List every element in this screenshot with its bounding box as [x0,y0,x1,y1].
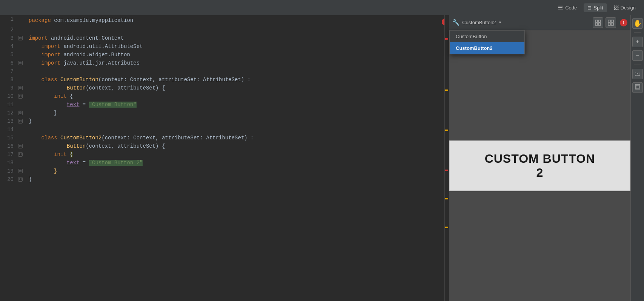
dropdown-caret: ▼ [498,20,502,25]
gutter-11 [18,100,26,109]
fold-20[interactable]: ⊟ [18,177,23,182]
fold-13[interactable]: ⊟ [18,119,23,123]
code-panel: 1 package com.example.myapplication ⬤ 2 [0,15,449,301]
line-num-16: 16 [0,142,18,150]
code-scroll[interactable]: 1 package com.example.myapplication ⬤ 2 [0,15,449,301]
ratio-label: 1:1 [635,72,640,76]
code-line-2: 2 [0,26,449,34]
gutter-8 [18,76,26,84]
split-view-btn[interactable]: ⊟ Split [584,3,607,12]
gutter-16: ⊟ [18,142,26,150]
gutter-10: ⊟ [18,92,26,100]
scroll-warn-4 [445,227,448,228]
code-3[interactable]: import android.content.Context [26,34,441,42]
fold-12[interactable]: ⊟ [18,111,23,115]
preview-custom-button: CUSTOM BUTTON 2 [449,140,630,191]
code-7[interactable] [26,67,441,76]
code-20[interactable]: } [26,175,441,184]
code-16[interactable]: Button(context, attributeSet) { [26,142,441,150]
code-table: 1 package com.example.myapplication ⬤ 2 [0,15,449,184]
line-num-2: 2 [0,26,18,34]
code-2[interactable] [26,26,441,34]
code-10[interactable]: init { [26,92,441,100]
code-8[interactable]: class CustomButton(context: Context, att… [26,76,441,84]
code-6[interactable]: import java.util.jar.Attributes [26,59,441,67]
gutter-2 [18,26,26,34]
grid-add-btn[interactable] [593,17,603,28]
svg-rect-6 [611,20,613,22]
hand-tool-btn[interactable]: ✋ [632,18,643,29]
line-num-14: 14 [0,125,18,134]
code-line-16: 16 ⊟ Button(context, attributeSet) { [0,142,449,150]
code-line-19: 19 ⊟ } [0,167,449,175]
code-line-8: 8 class CustomButton(context: Context, a… [0,76,449,84]
toolbar-separator-1 [634,32,641,33]
code-lines-icon [558,6,563,9]
code-15[interactable]: class CustomButton2(context: Context, at… [26,134,441,142]
code-1[interactable]: package com.example.myapplication [26,15,441,26]
code-19[interactable]: } [26,167,441,175]
fold-3[interactable]: ⊟ [18,36,23,40]
fold-19[interactable]: ⊟ [18,169,23,173]
split-icon: ⊟ [587,5,592,11]
code-line-17: 17 ⊟ init { [0,150,449,159]
component-selector[interactable]: 🔧 CustomButton2 ▼ [452,19,502,26]
plus-icon: + [636,39,639,45]
line-num-8: 8 [0,76,18,84]
fold-10[interactable]: ⊟ [18,94,23,99]
line-num-18: 18 [0,159,18,167]
minus-icon: − [636,52,639,59]
code-14[interactable] [26,125,441,134]
code-9[interactable]: Button(context, attributeSet) { [26,84,441,92]
toolbar-separator-2 [634,65,641,65]
line-num-11: 11 [0,100,18,109]
error-badge[interactable]: ! [620,19,627,26]
dropdown-item-custombutton2[interactable]: CustomButton2 [450,42,524,54]
fold-16[interactable]: ⊟ [18,144,23,148]
preview-area: CUSTOM BUTTON 2 [449,30,630,301]
add-grid-icon [595,20,601,26]
main-content: 1 package com.example.myapplication ⬤ 2 [0,15,644,301]
code-11[interactable]: text = "Custom Button" [26,100,441,109]
design-view-btn[interactable]: 🖼 Design [610,3,639,12]
line-num-10: 10 [0,92,18,100]
svg-rect-7 [608,23,610,25]
code-line-18: 18 text = "Custom Button 2" [0,159,449,167]
fit-screen-btn[interactable] [632,82,643,93]
gutter-20: ⊟ [18,175,26,184]
code-13[interactable]: } [26,117,441,125]
design-btn-label: Design [621,5,636,11]
code-line-4: 4 import android.util.AttributeSet [0,42,449,51]
zoom-in-btn[interactable]: + [632,37,643,47]
line-num-4: 4 [0,42,18,51]
code-view-btn[interactable]: Code [554,3,581,12]
ratio-btn[interactable]: 1:1 [632,69,643,79]
gutter-1 [18,15,26,26]
code-12[interactable]: } [26,109,441,117]
svg-rect-3 [598,23,601,25]
fit-icon [635,84,640,91]
fold-6[interactable]: ⊟ [18,61,23,65]
line-num-20: 20 [0,175,18,184]
svg-rect-5 [608,20,610,22]
svg-rect-1 [598,20,601,22]
line-num-19: 19 [0,167,18,175]
dropdown-item-custombutton[interactable]: CustomButton [450,31,524,42]
line-num-17: 17 [0,150,18,159]
scrollbar-track[interactable] [444,15,449,301]
code-4[interactable]: import android.util.AttributeSet [26,42,441,51]
gutter-12: ⊟ [18,109,26,117]
code-5[interactable]: import android.widget.Button [26,51,441,59]
fold-17[interactable]: ⊟ [18,152,23,157]
gutter-7 [18,67,26,76]
grid-remove-btn[interactable] [606,17,616,28]
scroll-error-1 [445,38,448,40]
code-line-20: 20 ⊟ } [0,175,449,184]
fold-9[interactable]: ⊟ [18,86,23,90]
design-top-bar: 🔧 CustomButton2 ▼ [449,15,630,30]
line-num-3: 3 [0,34,18,42]
code-line-6: 6 ⊟ import java.util.jar.Attributes ▬ [0,59,449,67]
code-17[interactable]: init { [26,150,441,159]
code-18[interactable]: text = "Custom Button 2" [26,159,441,167]
zoom-out-btn[interactable]: − [632,50,643,61]
